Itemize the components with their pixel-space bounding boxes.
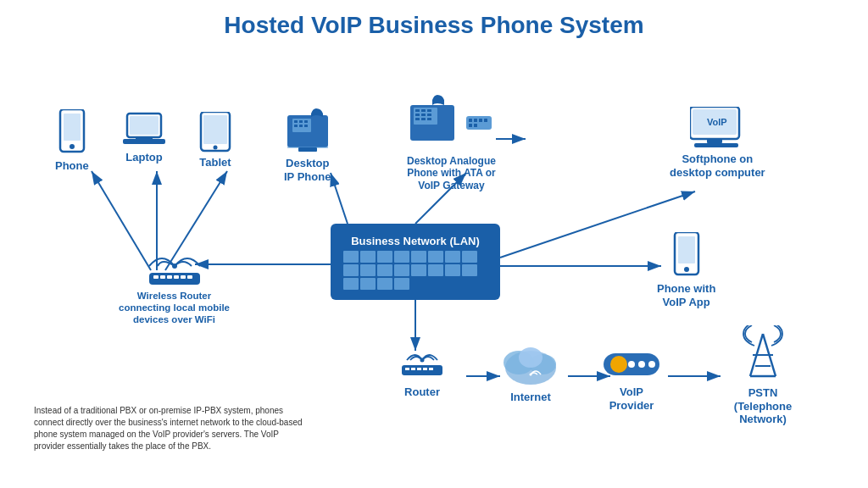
biz-network-windows	[343, 251, 487, 290]
svg-text:VoIP: VoIP	[707, 117, 727, 127]
svg-rect-44	[421, 118, 426, 120]
diagram: Phone Laptop Tablet	[17, 46, 851, 461]
svg-rect-61	[160, 275, 165, 279]
svg-point-24	[214, 146, 218, 150]
phone-icon	[57, 109, 87, 156]
phone-voip-icon	[671, 232, 702, 279]
svg-rect-42	[427, 114, 431, 116]
svg-rect-72	[411, 368, 415, 370]
svg-rect-62	[167, 275, 172, 279]
desktop-ip-icon	[286, 107, 330, 153]
svg-rect-50	[484, 119, 487, 122]
device-desktop-ip: Desktop IP Phone	[284, 107, 331, 183]
svg-rect-43	[415, 118, 420, 120]
svg-point-83	[628, 361, 635, 368]
svg-rect-28	[299, 120, 303, 123]
svg-rect-63	[174, 275, 179, 279]
svg-rect-32	[304, 125, 308, 127]
svg-rect-37	[415, 109, 420, 112]
svg-rect-75	[429, 368, 433, 370]
phone-voip-app: Phone with VoIP App	[657, 232, 715, 308]
svg-rect-30	[294, 125, 298, 127]
svg-rect-21	[136, 137, 153, 141]
laptop-icon	[123, 112, 165, 147]
svg-point-58	[172, 263, 177, 269]
svg-rect-51	[469, 124, 472, 127]
svg-rect-46	[466, 116, 492, 130]
voip-provider-label: VoIP Provider	[609, 385, 654, 412]
svg-rect-19	[130, 116, 159, 135]
svg-point-85	[648, 361, 655, 368]
svg-rect-39	[427, 109, 431, 112]
svg-rect-31	[299, 125, 303, 127]
bottom-internet: Internet	[500, 341, 561, 404]
wireless-router-label: Wireless Router connecting local mobile …	[119, 291, 230, 325]
svg-rect-74	[423, 368, 427, 370]
desktop-ip-label: Desktop IP Phone	[284, 157, 331, 183]
svg-rect-65	[187, 275, 192, 279]
bottom-pstn: PSTN (Telephone Network)	[733, 325, 793, 426]
svg-rect-38	[421, 109, 426, 112]
wireless-router: Wireless Router connecting local mobile …	[119, 241, 230, 325]
svg-rect-56	[694, 143, 738, 147]
svg-point-82	[610, 356, 627, 373]
bottom-router-icon	[397, 347, 448, 382]
svg-rect-47	[469, 119, 472, 122]
phone-label: Phone	[55, 159, 89, 173]
svg-point-69	[420, 358, 425, 363]
svg-point-79	[519, 347, 542, 368]
bottom-router: Router	[397, 347, 448, 399]
svg-rect-52	[474, 124, 477, 127]
svg-rect-49	[479, 119, 482, 122]
laptop-label: Laptop	[125, 151, 162, 164]
svg-rect-73	[417, 368, 421, 370]
svg-rect-45	[427, 118, 431, 120]
svg-rect-67	[678, 236, 695, 263]
device-laptop: Laptop	[123, 112, 165, 164]
softphone-icon: VoIP	[690, 107, 745, 149]
device-analogue: Desktop Analogue Phone with ATA or VoIP …	[407, 92, 496, 191]
svg-point-80	[530, 374, 532, 376]
pstn-label: PSTN (Telephone Network)	[734, 386, 792, 426]
svg-rect-16	[64, 114, 81, 141]
svg-point-68	[684, 267, 689, 272]
svg-rect-23	[203, 115, 227, 144]
tablet-icon	[199, 112, 231, 152]
internet-label: Internet	[510, 391, 551, 404]
svg-line-6	[331, 173, 348, 224]
bottom-router-label: Router	[404, 385, 440, 399]
svg-rect-29	[304, 120, 308, 123]
device-phone: Phone	[55, 109, 89, 173]
svg-rect-71	[405, 368, 409, 370]
pstn-icon	[733, 325, 793, 383]
page: Hosted VoIP Business Phone System	[0, 0, 868, 488]
svg-rect-60	[153, 275, 159, 279]
internet-icon	[500, 341, 561, 387]
device-softphone: VoIP Softphone on desktop computer	[670, 107, 765, 179]
svg-rect-41	[421, 114, 426, 116]
svg-rect-27	[294, 120, 298, 123]
svg-rect-40	[415, 114, 420, 116]
info-text: Instead of a traditional PBX or on-premi…	[34, 406, 303, 451]
svg-rect-64	[181, 275, 186, 279]
voip-provider-icon	[602, 347, 661, 382]
svg-rect-55	[707, 139, 722, 143]
analogue-icon	[409, 92, 493, 152]
biz-network-label: Business Network (LAN)	[351, 235, 480, 247]
svg-rect-34	[298, 147, 317, 152]
page-title: Hosted VoIP Business Phone System	[17, 8, 851, 39]
bottom-voip-provider: VoIP Provider	[602, 347, 661, 412]
softphone-label: Softphone on desktop computer	[670, 152, 765, 179]
tablet-label: Tablet	[199, 156, 231, 169]
analogue-label: Desktop Analogue Phone with ATA or VoIP …	[407, 155, 496, 191]
svg-point-84	[638, 361, 645, 368]
device-tablet: Tablet	[199, 112, 231, 169]
phone-voip-label: Phone with VoIP App	[657, 282, 715, 308]
business-network: Business Network (LAN)	[331, 224, 500, 300]
wireless-router-icon	[141, 241, 209, 287]
svg-point-17	[70, 144, 75, 149]
info-box: Instead of a traditional PBX or on-premi…	[34, 405, 305, 452]
svg-rect-48	[474, 119, 477, 122]
